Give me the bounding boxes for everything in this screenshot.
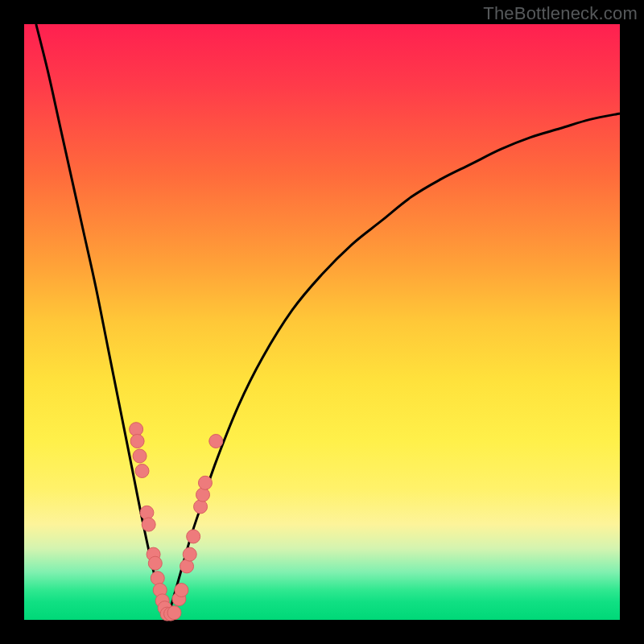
data-point-marker — [130, 435, 144, 448]
watermark-text: TheBottleneck.com — [483, 3, 638, 24]
data-point-marker — [196, 488, 210, 502]
chart-svg — [24, 24, 620, 620]
data-point-marker — [198, 476, 212, 489]
data-point-marker — [175, 584, 188, 597]
data-point-marker — [209, 435, 223, 448]
right-curve-path — [167, 114, 620, 620]
data-point-marker — [133, 449, 147, 463]
marker-group — [130, 423, 223, 621]
data-point-marker — [183, 547, 196, 561]
data-point-marker — [148, 556, 162, 570]
data-point-marker — [151, 572, 164, 585]
data-point-marker — [142, 518, 155, 531]
data-point-marker — [194, 500, 208, 514]
data-point-marker — [135, 464, 149, 478]
data-point-marker — [187, 530, 200, 543]
data-point-marker — [167, 606, 181, 620]
data-point-marker — [180, 559, 194, 573]
data-point-marker — [140, 506, 154, 519]
